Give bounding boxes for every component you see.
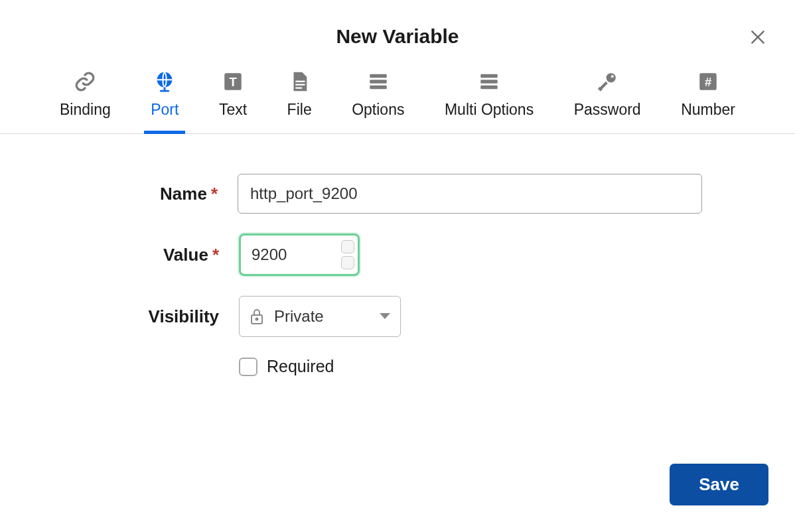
- tab-file[interactable]: File: [281, 70, 319, 133]
- svg-rect-12: [370, 86, 387, 90]
- variable-type-tabs: Binding Port T Text File Options: [0, 70, 795, 134]
- tab-label: Text: [219, 101, 247, 119]
- globe-icon: [153, 70, 176, 93]
- visibility-select[interactable]: Private: [239, 296, 401, 337]
- tab-text[interactable]: T Text: [212, 70, 253, 133]
- visibility-row: Visibility Private: [93, 296, 702, 337]
- tab-number[interactable]: # Number: [674, 70, 742, 133]
- name-row: Name*: [93, 174, 702, 214]
- svg-point-23: [256, 318, 258, 320]
- lock-icon: [249, 307, 265, 326]
- name-label-text: Name: [160, 184, 207, 204]
- list-icon: [367, 70, 390, 93]
- name-input[interactable]: [238, 174, 702, 214]
- visibility-label: Visibility: [93, 306, 239, 327]
- svg-rect-7: [295, 81, 305, 82]
- tab-label: Number: [681, 101, 735, 119]
- modal-footer: Save: [670, 464, 768, 505]
- svg-point-17: [611, 75, 614, 78]
- required-label: Required: [267, 357, 334, 376]
- save-button[interactable]: Save: [670, 464, 768, 505]
- tab-password[interactable]: Password: [567, 70, 648, 133]
- close-button[interactable]: [746, 25, 770, 49]
- form-area: Name* Value* Visibility: [0, 134, 795, 376]
- svg-text:#: #: [705, 75, 711, 89]
- svg-point-16: [607, 73, 616, 82]
- visibility-value: Private: [274, 307, 370, 326]
- tab-label: Binding: [60, 101, 111, 119]
- tab-label: Multi Options: [445, 101, 534, 119]
- link-icon: [74, 70, 96, 93]
- name-label: Name*: [93, 184, 238, 204]
- svg-rect-13: [480, 74, 498, 78]
- file-icon: [288, 70, 311, 93]
- tab-label: Port: [151, 101, 179, 119]
- required-checkbox[interactable]: [239, 358, 257, 376]
- tab-options[interactable]: Options: [345, 70, 411, 133]
- value-row: Value*: [93, 233, 702, 276]
- number-spinner: [341, 240, 354, 269]
- hash-square-icon: #: [697, 70, 719, 93]
- tab-multi-options[interactable]: Multi Options: [438, 70, 540, 133]
- spinner-down-button[interactable]: [341, 256, 354, 269]
- tab-label: Password: [574, 101, 641, 119]
- modal-title: New Variable: [0, 25, 795, 48]
- svg-rect-14: [480, 80, 498, 84]
- svg-rect-8: [295, 84, 305, 86]
- required-row: Required: [239, 357, 702, 376]
- modal-header: New Variable: [0, 0, 795, 48]
- value-label-text: Value: [163, 245, 208, 265]
- spinner-up-button[interactable]: [341, 240, 354, 253]
- svg-text:T: T: [229, 75, 237, 89]
- svg-rect-11: [370, 80, 387, 84]
- list-icon: [478, 70, 500, 93]
- svg-rect-15: [480, 86, 498, 90]
- tab-label: File: [287, 101, 312, 119]
- svg-rect-9: [295, 88, 302, 89]
- key-icon: [596, 70, 618, 93]
- required-marker: *: [212, 245, 219, 265]
- close-icon: [749, 29, 766, 46]
- svg-rect-10: [370, 74, 387, 78]
- tab-binding[interactable]: Binding: [53, 70, 117, 133]
- value-label: Value*: [93, 245, 239, 265]
- tab-label: Options: [352, 101, 404, 119]
- new-variable-modal: New Variable Binding Port T Text: [0, 0, 795, 532]
- text-square-icon: T: [222, 70, 244, 93]
- chevron-down-icon: [379, 312, 391, 320]
- required-marker: *: [211, 184, 218, 204]
- tab-port[interactable]: Port: [144, 70, 185, 133]
